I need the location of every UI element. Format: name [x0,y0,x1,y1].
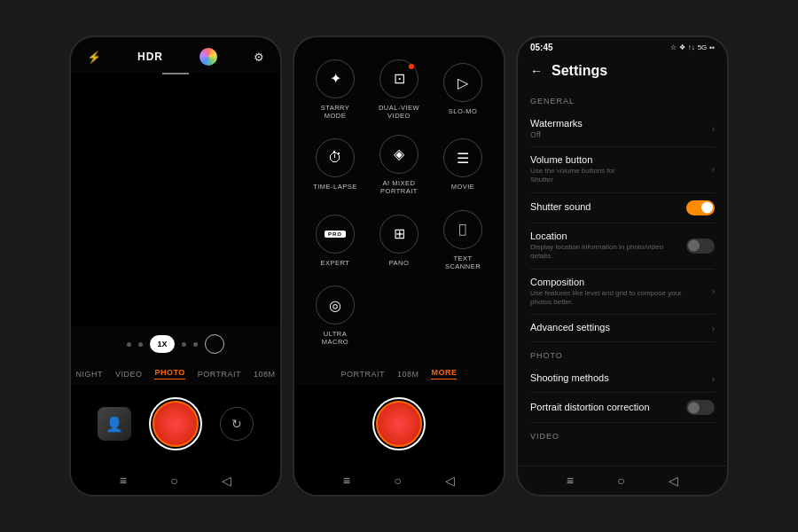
phone-screen-1: ⚡ HDR ⚙ 1X NIGHT VIDEO PHOTO PORTRAIT 10… [69,35,282,497]
hdr-badge[interactable]: HDR [137,51,163,63]
camera-controls-2 [294,385,504,466]
spacer-left [321,407,355,441]
slomo-icon: ▷ [443,63,482,102]
watermarks-title: Watermarks [530,118,712,129]
mode-more[interactable]: MORE [431,368,457,379]
mode-108m-2[interactable]: 108M [397,370,419,379]
mode-ultra-macro[interactable]: ◎ ULTRAMACRO [307,282,364,350]
watermarks-chevron: › [712,124,715,134]
row-shooting-methods[interactable]: Shooting methods › [530,365,715,393]
text-scanner-icon: ⌷ [443,210,482,249]
volume-title: Volume button [530,154,712,165]
nav-menu-icon-2[interactable]: ≡ [343,473,350,488]
settings-icon[interactable]: ⚙ [254,51,264,64]
navigation-bar: ≡ ○ ◁ [71,466,280,495]
settings-content: GENERAL Watermarks Off › Volume button U… [518,88,727,466]
mode-starry[interactable]: ✦ STARRYMODE [307,55,364,123]
nav-menu-icon-3[interactable]: ≡ [567,473,574,488]
shooting-chevron: › [712,374,715,384]
status-time: 05:45 [530,43,553,52]
location-toggle[interactable] [686,239,715,254]
zoom-dot-right2 [193,342,198,347]
row-shutter-left: Shutter sound [530,201,686,214]
mode-portrait-2[interactable]: PORTRAIT [341,370,385,379]
volume-chevron: › [712,165,715,175]
zoom-dot-left2 [138,342,143,347]
mode-photo[interactable]: PHOTO [154,368,184,379]
ultra-macro-icon: ◎ [316,286,355,325]
phone-screen-3: 05:45 ☆ ❖ ↑↓ 5G ▪▪ ← Settings GENERAL Wa… [516,35,729,497]
mode-ai-mixed[interactable]: ◈ AI MIXEDPORTRAIT [371,130,427,199]
row-composition-left: Composition Use features like level and … [530,277,712,308]
mode-night[interactable]: NIGHT [75,370,103,379]
portrait-distortion-toggle[interactable] [686,400,715,415]
nav-home-icon[interactable]: ○ [170,473,177,488]
mode-pano[interactable]: ⊞ PANO [371,207,427,275]
row-volume-left: Volume button Use the volume buttons for… [530,154,712,185]
location-title: Location [530,231,686,241]
flip-camera-button[interactable]: ↻ [220,407,254,441]
nav-menu-icon[interactable]: ≡ [120,473,127,488]
portrait-distortion-title: Portrait distortion correction [530,402,686,412]
mode-movie[interactable]: ☰ MOVIE [434,130,491,199]
row-advanced-left: Advanced settings [530,322,712,334]
status-icons: ☆ ❖ ↑↓ 5G ▪▪ [670,43,715,51]
mode-dual-view[interactable]: ⊡ DUAL-VIEWVIDEO [371,55,427,123]
shutter-sound-title: Shutter sound [530,201,686,212]
shutter-ring[interactable] [149,397,202,450]
data-icon: ↑↓ [688,43,695,51]
pano-label: PANO [389,259,410,267]
row-watermarks[interactable]: Watermarks Off › [530,111,715,147]
color-wheel-icon[interactable] [200,48,217,66]
modes-bottom-bar: PORTRAIT 108M MORE [294,363,504,385]
mode-text-scanner[interactable]: ⌷ TEXTSCANNER [434,207,491,275]
status-bar: 05:45 ☆ ❖ ↑↓ 5G ▪▪ [518,37,727,56]
camera-viewfinder [71,73,280,325]
row-location[interactable]: Location Display location information in… [530,223,715,270]
flash-icon[interactable]: ⚡ [87,51,101,64]
navigation-bar-3: ≡ ○ ◁ [518,466,727,495]
mode-timelapse[interactable]: ⏱ TIME-LAPSE [307,130,364,199]
zoom-level[interactable]: 1X [150,335,175,353]
portrait-mode-icon[interactable] [205,334,224,354]
back-button[interactable]: ← [530,64,543,78]
row-composition[interactable]: Composition Use features like level and … [530,270,715,316]
battery-icon: ▪▪ [709,43,715,51]
section-general-label: GENERAL [530,97,715,106]
nav-home-icon-3[interactable]: ○ [617,473,624,488]
mode-expert[interactable]: PRO EXPERT [307,207,364,275]
ai-mixed-label: AI MIXEDPORTRAIT [380,179,418,195]
pano-icon: ⊞ [379,215,419,254]
spacer-right [443,407,477,441]
row-volume-button[interactable]: Volume button Use the volume buttons for… [530,147,715,193]
ultra-macro-label: ULTRAMACRO [322,330,348,346]
shutter-ring-2[interactable] [372,397,426,450]
mode-video[interactable]: VIDEO [115,370,143,379]
new-badge-dot [409,64,414,69]
expert-label: EXPERT [321,259,350,267]
dual-view-icon: ⊡ [379,59,419,98]
composition-chevron: › [712,286,715,296]
phone-screen-2: ✦ STARRYMODE ⊡ DUAL-VIEWVIDEO ▷ SLO-MO ⏱… [293,35,505,497]
watermarks-value: Off [530,130,712,139]
nav-back-icon[interactable]: ◁ [222,473,231,488]
row-watermarks-left: Watermarks Off [530,118,712,139]
shutter-button-2[interactable] [376,401,422,447]
gallery-button[interactable]: 👤 [98,407,131,441]
mode-portrait[interactable]: PORTRAIT [198,370,241,379]
shutter-button[interactable] [153,401,199,447]
nav-back-icon-2[interactable]: ◁ [445,473,455,488]
modes-grid: ✦ STARRYMODE ⊡ DUAL-VIEWVIDEO ▷ SLO-MO ⏱… [294,37,504,363]
settings-header: ← Settings [518,56,727,88]
shutter-sound-toggle[interactable] [686,200,715,215]
row-shutter-sound[interactable]: Shutter sound [530,193,715,223]
mode-108m[interactable]: 108M [254,370,276,379]
slomo-label: SLO-MO [449,107,478,115]
expert-icon: PRO [316,215,355,254]
row-advanced[interactable]: Advanced settings › [530,315,715,342]
nav-back-icon-3[interactable]: ◁ [669,473,678,488]
nav-home-icon-2[interactable]: ○ [394,473,401,488]
row-portrait-distortion[interactable]: Portrait distortion correction [530,393,715,423]
mode-slomo[interactable]: ▷ SLO-MO [434,55,491,123]
camera-top-bar: ⚡ HDR ⚙ [71,37,280,73]
